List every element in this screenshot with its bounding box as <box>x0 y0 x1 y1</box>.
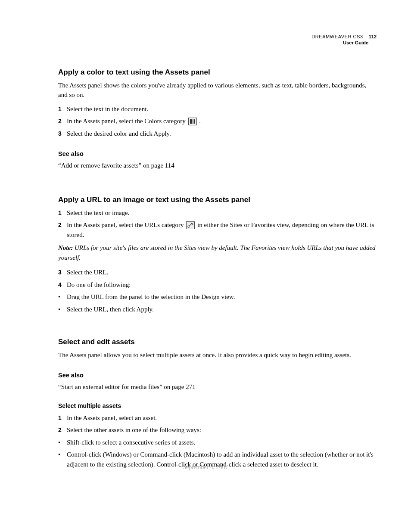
step-text: Select the other assets in one of the fo… <box>67 425 377 435</box>
bullet-mark: • <box>58 292 67 302</box>
step-1: 1 Select the text in the document. <box>58 104 377 114</box>
step-1: 1 In the Assets panel, select an asset. <box>58 413 377 423</box>
colors-category-icon <box>188 118 197 125</box>
svg-rect-2 <box>193 119 193 124</box>
step-number: 4 <box>58 280 67 289</box>
step-text: Select the text in the document. <box>67 104 377 114</box>
see-also-reference: “Add or remove favorite assets” on page … <box>58 161 377 171</box>
step-text: Select the URL. <box>67 268 377 277</box>
step-2: 2 In the Assets panel, select the Colors… <box>58 116 377 126</box>
document-page: DREAMWEAVER CS3 112 User Guide Apply a c… <box>0 0 411 489</box>
step-3: 3 Select the URL. <box>58 268 377 277</box>
bullet-text: Drag the URL from the panel to the selec… <box>67 292 377 302</box>
step-text-post: . <box>199 118 201 124</box>
step-number: 1 <box>58 208 67 218</box>
header-line-1: DREAMWEAVER CS3 112 <box>311 34 377 40</box>
product-name: DREAMWEAVER CS3 <box>311 34 365 40</box>
running-header: DREAMWEAVER CS3 112 User Guide <box>311 34 377 46</box>
step-text: Select the text or image. <box>67 208 377 218</box>
step-3: 3 Select the desired color and click App… <box>58 129 377 139</box>
header-doc-title: User Guide <box>311 40 377 46</box>
heading-apply-url: Apply a URL to an image or text using th… <box>58 194 377 205</box>
step-2: 2 In the Assets panel, select the URLs c… <box>58 220 377 240</box>
step-text: Do one of the following: <box>67 280 377 290</box>
heading-apply-color: Apply a color to text using the Assets p… <box>58 67 377 78</box>
note-body: URLs for your site's files are stored in… <box>58 244 376 261</box>
svg-rect-3 <box>194 119 195 124</box>
step-text-pre: In the Assets panel, select the Colors c… <box>67 118 187 124</box>
step-text: In the Assets panel, select an asset. <box>67 413 377 423</box>
note-label: Note: <box>58 244 73 251</box>
step-text: Select the desired color and click Apply… <box>67 129 377 139</box>
svg-rect-0 <box>190 119 191 124</box>
step-number: 1 <box>58 105 67 114</box>
step-2: 2 Select the other assets in one of the … <box>58 425 377 435</box>
page-number: 112 <box>366 34 377 40</box>
step-text: In the Assets panel, select the URLs cat… <box>67 220 377 240</box>
step-number: 2 <box>58 221 67 230</box>
bullet-mark: • <box>58 438 67 447</box>
step-number: 3 <box>58 268 67 277</box>
footer-date: September 4, 2007 <box>0 463 411 472</box>
heading-select-edit: Select and edit assets <box>58 336 377 348</box>
step-number: 1 <box>58 414 67 423</box>
intro-paragraph: The Assets panel allows you to select mu… <box>58 350 377 360</box>
bullet-text: Select the URL, then click Apply. <box>67 305 377 314</box>
step-4: 4 Do one of the following: <box>58 280 377 290</box>
bullet-item: • Select the URL, then click Apply. <box>58 305 377 314</box>
urls-category-icon <box>186 221 195 229</box>
bullet-item: • Shift-click to select a consecutive se… <box>58 438 377 448</box>
step-text-pre: In the Assets panel, select the URLs cat… <box>67 221 185 228</box>
step-number: 3 <box>58 129 67 138</box>
see-also-heading: See also <box>58 371 377 380</box>
subheading-select-multiple: Select multiple assets <box>58 401 377 411</box>
bullet-mark: • <box>58 450 67 459</box>
svg-rect-1 <box>191 119 192 124</box>
bullet-item: • Drag the URL from the panel to the sel… <box>58 292 377 302</box>
see-also-heading: See also <box>58 149 377 159</box>
step-number: 2 <box>58 426 67 435</box>
bullet-text: Shift-click to select a consecutive seri… <box>67 438 377 448</box>
see-also-reference: “Start an external editor for media file… <box>58 382 377 392</box>
note-paragraph: Note: URLs for your site's files are sto… <box>58 243 377 262</box>
intro-paragraph: The Assets panel shows the colors you've… <box>58 81 377 100</box>
page-content: Apply a color to text using the Assets p… <box>58 67 377 469</box>
step-1: 1 Select the text or image. <box>58 208 377 218</box>
step-text: In the Assets panel, select the Colors c… <box>67 116 377 126</box>
step-number: 2 <box>58 117 67 126</box>
bullet-mark: • <box>58 305 67 314</box>
